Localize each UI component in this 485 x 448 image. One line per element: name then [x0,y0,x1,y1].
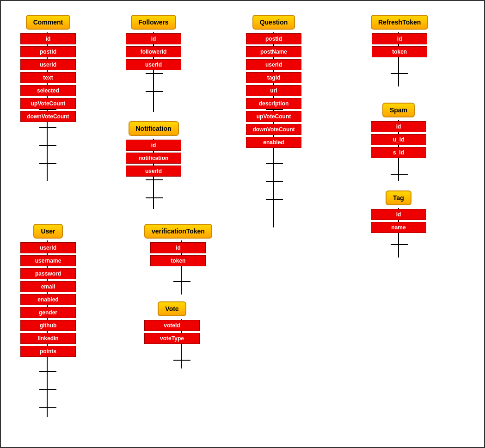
comment-field-postId: postId [20,46,76,57]
user-points-box: points [20,346,76,357]
comment-field-upVoteCount: upVoteCount [20,98,76,109]
question-field-postId: postId [246,33,301,44]
user-field-password: password [20,268,76,279]
user-field-gender: gender [20,307,76,318]
tag-field-name: name [371,222,426,233]
tag-id-box: id [371,209,426,220]
refreshtoken-entity: RefreshToken id token [371,15,428,59]
question-userId-box: userId [246,59,301,70]
question-field-userId: userId [246,59,301,70]
followers-userId-box: userId [126,59,181,70]
user-username-box: username [20,255,76,266]
notification-notification-box: notification [126,153,181,164]
comment-title: Comment [26,15,71,30]
spam-s_id-box: s_id [371,147,426,158]
user-password-box: password [20,268,76,279]
verificationtoken-field-id: id [150,242,206,253]
user-userId-box: userId [20,242,76,253]
comment-field-text: text [20,72,76,83]
user-field-email: email [20,281,76,292]
user-entity: User userId username password email enab… [20,224,76,359]
notification-field-userId: userId [126,166,181,177]
question-field-enabled: enabled [246,137,301,148]
vote-entity: Vote voteId voteType [144,301,200,346]
spam-fields: id u_id s_id [371,121,426,160]
question-field-tagId: tagId [246,72,301,83]
notification-userId-box: userId [126,166,181,177]
comment-field-userId: userId [20,59,76,70]
user-fields: userId username password email enabled g… [20,242,76,359]
question-upVoteCount-box: upVoteCount [246,111,301,122]
spam-title: Spam [382,103,415,117]
notification-field-notification: notification [126,153,181,164]
user-title: User [33,224,62,239]
vote-field-voteId: voteId [144,320,200,331]
user-field-linkedin: linkedin [20,333,76,344]
vote-field-voteType: voteType [144,333,200,344]
vote-fields: voteId voteType [144,320,200,346]
followers-title: Followers [131,15,176,30]
refreshtoken-title: RefreshToken [371,15,428,30]
notification-field-id: id [126,140,181,151]
refreshtoken-field-id: id [372,33,427,44]
comment-id-box: id [20,33,76,44]
tag-name-box: name [371,222,426,233]
tag-field-id: id [371,209,426,220]
tag-entity: Tag id name [371,190,426,235]
user-field-enabled: enabled [20,294,76,305]
comment-field-downVoteCount: downVoteCount [20,111,76,122]
comment-upVoteCount-box: upVoteCount [20,98,76,109]
notification-entity: Notification id notification userId [126,121,181,178]
question-postName-box: postName [246,46,301,57]
user-field-userId: userId [20,242,76,253]
question-downVoteCount-box: downVoteCount [246,124,301,135]
notification-id-box: id [126,140,181,151]
comment-postId-box: postId [20,46,76,57]
question-enabled-box: enabled [246,137,301,148]
comment-field-selected: selected [20,85,76,96]
question-url-box: url [246,85,301,96]
refreshtoken-token-box: token [372,46,427,57]
followers-id-box: id [126,33,181,44]
followers-entity: Followers id followerId userId [126,15,181,72]
question-field-downVoteCount: downVoteCount [246,124,301,135]
question-fields: postId postName userId tagId url descrip… [246,33,301,150]
question-field-postName: postName [246,46,301,57]
vote-voteId-box: voteId [144,320,200,331]
refreshtoken-fields: id token [372,33,427,59]
refreshtoken-id-box: id [372,33,427,44]
notification-fields: id notification userId [126,140,181,178]
user-field-username: username [20,255,76,266]
user-field-github: github [20,320,76,331]
verificationtoken-token-box: token [150,255,206,266]
user-field-points: points [20,346,76,357]
question-tagId-box: tagId [246,72,301,83]
spam-field-id: id [371,121,426,132]
verificationtoken-fields: id token [150,242,206,268]
spam-field-s_id: s_id [371,147,426,158]
comment-downVoteCount-box: downVoteCount [20,111,76,122]
vote-voteType-box: voteType [144,333,200,344]
comment-text-box: text [20,72,76,83]
spam-id-box: id [371,121,426,132]
spam-field-u_id: u_id [371,134,426,145]
question-field-upVoteCount: upVoteCount [246,111,301,122]
user-github-box: github [20,320,76,331]
question-description-box: description [246,98,301,109]
question-title: Question [252,15,295,30]
tag-title: Tag [386,190,411,205]
verificationtoken-entity: verificationToken id token [144,224,212,268]
comment-entity: Comment id postId userId text selected u… [20,15,76,124]
followers-field-followerId: followerId [126,46,181,57]
followers-field-userId: userId [126,59,181,70]
tag-fields: id name [371,209,426,235]
vote-title: Vote [158,301,186,316]
spam-entity: Spam id u_id s_id [371,103,426,160]
question-field-url: url [246,85,301,96]
question-postId-box: postId [246,33,301,44]
user-enabled-box: enabled [20,294,76,305]
refreshtoken-field-token: token [372,46,427,57]
question-field-description: description [246,98,301,109]
user-linkedin-box: linkedin [20,333,76,344]
verificationtoken-field-token: token [150,255,206,266]
